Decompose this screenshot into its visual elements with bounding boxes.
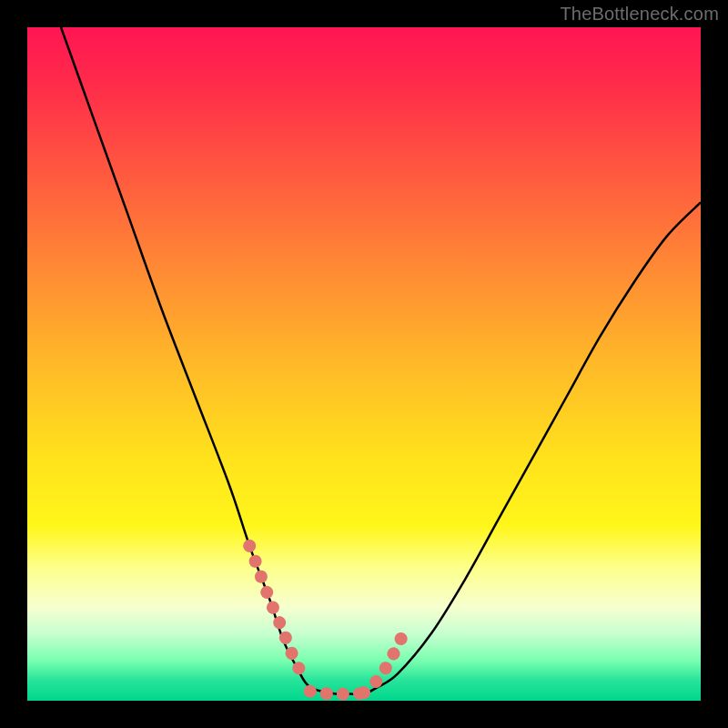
chart-area — [27, 27, 701, 701]
watermark-text: TheBottleneck.com — [560, 4, 719, 25]
chart-svg — [27, 27, 701, 701]
highlight-bottom — [310, 692, 364, 694]
highlight-left — [249, 546, 307, 681]
bottleneck-curve — [61, 27, 701, 694]
